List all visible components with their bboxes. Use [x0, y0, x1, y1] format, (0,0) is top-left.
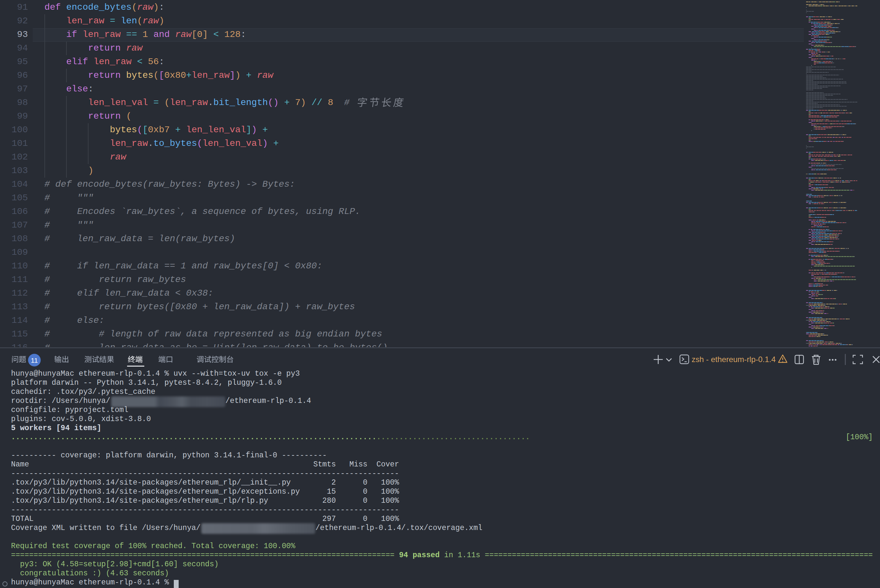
svg-text:11: 11 [31, 357, 38, 364]
svg-text:zsh - ethereum-rlp-0.1.4: zsh - ethereum-rlp-0.1.4 [692, 355, 776, 364]
